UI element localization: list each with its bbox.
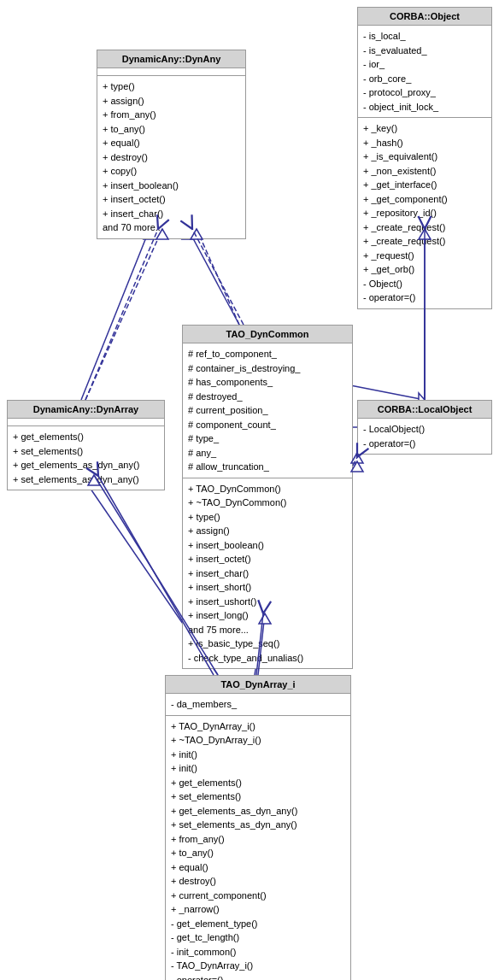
corba-object-box: CORBA::Object - is_local_ - is_evaluated… [357,7,492,309]
dyn-array-iface-fields [8,419,164,426]
tao-dyn-array-i-title: TAO_DynArray_i [166,676,350,694]
svg-line-6 [81,229,150,400]
dyn-any-fields [97,68,245,76]
dyn-any-methods: + type() + assign() + from_any() + to_an… [97,76,245,238]
corba-local-object-methods: - LocalObject() - operator=() [358,419,491,454]
svg-marker-27 [351,461,363,472]
diagram-container: CORBA::Object - is_local_ - is_evaluated… [0,0,499,980]
tao-dyn-array-i-methods: + TAO_DynArray_i() + ~TAO_DynArray_i() +… [166,716,350,981]
corba-object-methods: + _key() + _hash() + _is_equivalent() + … [358,118,491,308]
svg-line-30 [192,229,244,325]
tao-dyn-common-title: TAO_DynCommon [183,326,352,343]
tao-dyn-common-methods: + TAO_DynCommon() + ~TAO_DynCommon() + t… [183,478,352,669]
corba-local-object-box: CORBA::LocalObject - LocalObject() - ope… [357,400,492,455]
dyn-array-iface-methods: + get_elements() + set_elements() + get_… [8,426,164,490]
svg-line-16 [197,229,239,325]
svg-line-14 [85,229,162,400]
corba-local-object-title: CORBA::LocalObject [358,401,491,419]
svg-line-4 [188,229,239,325]
svg-line-26 [353,461,357,470]
dyn-array-iface-box: DynamicAny::DynArray + get_elements() + … [7,400,165,490]
tao-dyn-array-i-fields: - da_members_ [166,694,350,716]
tao-dyn-common-box: TAO_DynCommon # ref_to_component_ # cont… [182,325,353,669]
svg-line-10 [346,384,425,400]
dyn-any-title: DynamicAny::DynAny [97,50,245,68]
tao-dyn-common-fields: # ref_to_component_ # container_is_destr… [183,343,352,478]
dyn-any-box: DynamicAny::DynAny + type() + assign() +… [97,50,246,239]
svg-line-32 [353,457,357,466]
corba-object-title: CORBA::Object [358,8,491,26]
dyn-array-iface-title: DynamicAny::DynArray [8,401,164,419]
corba-object-fields: - is_local_ - is_evaluated_ - ior_ - orb… [358,26,491,118]
tao-dyn-array-i-box: TAO_DynArray_i - da_members_ + TAO_DynAr… [165,675,351,980]
svg-line-29 [85,229,158,400]
